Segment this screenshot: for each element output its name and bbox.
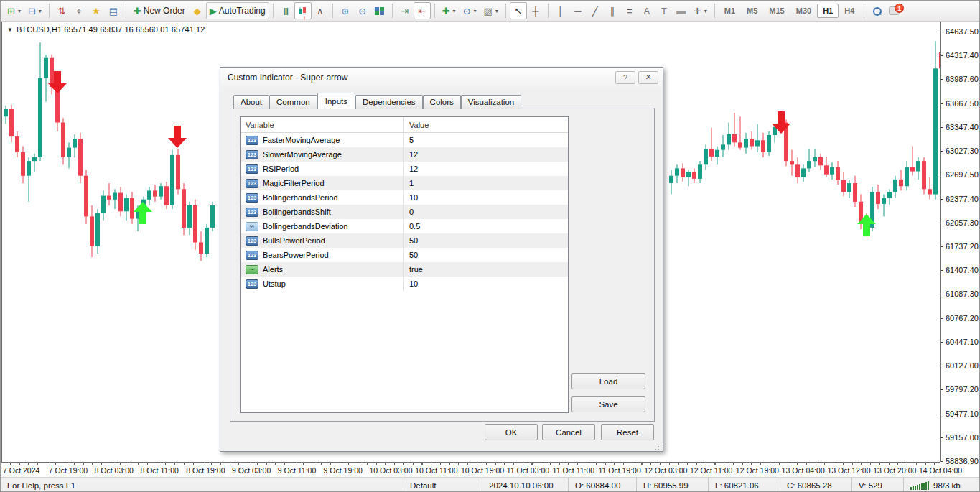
reset-button[interactable]: Reset	[601, 424, 654, 440]
chevron-down-icon: ▾	[18, 8, 21, 14]
equidistant-channel-icon: ∥	[610, 6, 615, 16]
crosshair-button[interactable]: ┼	[527, 2, 544, 19]
resize-grip[interactable]	[654, 442, 661, 450]
param-row-BearsPowerPeriod[interactable]: 123BearsPowerPeriod50	[241, 248, 568, 262]
tab-common[interactable]: Common	[269, 95, 317, 109]
time-tick-label: 8 Oct 19:00	[186, 466, 225, 475]
periods-button[interactable]: ⊙▾	[459, 2, 480, 19]
text-label-button[interactable]: T	[655, 2, 673, 19]
templates-button[interactable]: ▨▾	[480, 2, 502, 19]
navigator-button[interactable]: ★	[88, 2, 105, 19]
param-row-RSIPeriod[interactable]: 123RSIPeriod12	[241, 162, 568, 176]
param-value-cell[interactable]: 50	[404, 236, 568, 245]
param-value-cell[interactable]: true	[404, 265, 568, 274]
price-tick-label: 62057.30	[946, 218, 979, 227]
param-row-BollingerbandsDeviation[interactable]: ½BollingerbandsDeviation0.5	[241, 219, 568, 233]
trendline-icon: ╱	[592, 6, 598, 16]
new-chart-button[interactable]: ⊞▾	[4, 2, 24, 19]
param-type-int-icon: 123	[246, 136, 258, 145]
zoom-in-button[interactable]: ⊕	[337, 2, 354, 19]
new-order-button[interactable]: ✚New Order	[130, 2, 189, 19]
param-value-cell[interactable]: 12	[404, 150, 568, 159]
text-button[interactable]: A	[638, 2, 655, 19]
price-axis[interactable]: 64637.5064317.4063987.6063667.5063347.40…	[940, 22, 980, 462]
trendline-button[interactable]: ╱	[587, 2, 604, 19]
param-name-cell: 123BullsPowerPeriod	[241, 233, 404, 248]
save-button[interactable]: Save	[571, 396, 645, 412]
close-icon[interactable]: ✕	[638, 71, 658, 84]
timeframe-h4-button[interactable]: H4	[839, 4, 860, 18]
timeframe-m1-button[interactable]: M1	[719, 4, 741, 18]
autotrading-icon: ▶	[210, 6, 217, 16]
param-row-BollingerbandsPeriod[interactable]: 123BollingerbandsPeriod10	[241, 190, 568, 205]
timeframe-h1-button[interactable]: H1	[817, 4, 839, 18]
status-low: L: 60821.06	[708, 478, 780, 492]
param-row-Utstup[interactable]: 123Utstup10	[241, 277, 568, 291]
auto-scroll-button[interactable]: ⇥	[396, 2, 414, 19]
candlestick-chart-icon	[298, 6, 307, 16]
vertical-line-button[interactable]: │	[552, 2, 569, 19]
autotrading-button[interactable]: ▶AutoTrading	[206, 2, 269, 19]
status-close: C: 60865.28	[780, 478, 851, 492]
toolbar-separator	[548, 4, 549, 18]
ok-button[interactable]: OK	[485, 424, 538, 440]
param-row-MagicFilterPeriod[interactable]: 123MagicFilterPeriod1	[241, 176, 568, 190]
status-profile[interactable]: Default	[403, 478, 482, 492]
horizontal-line-button[interactable]: ─	[569, 2, 587, 19]
param-row-BullsPowerPeriod[interactable]: 123BullsPowerPeriod50	[241, 233, 568, 248]
param-row-SlowerMovingAverage[interactable]: 123SlowerMovingAverage12	[241, 147, 568, 162]
market-watch-button[interactable]: ⇅	[53, 2, 70, 19]
timeframe-m5-button[interactable]: M5	[741, 4, 763, 18]
param-value-cell[interactable]: 10	[404, 279, 568, 288]
param-row-BollingerbandsShift[interactable]: 123BollingerbandsShift0	[241, 205, 568, 219]
one-click-trading-toggle[interactable]: ▼	[7, 27, 13, 33]
timeframe-m30-button[interactable]: M30	[790, 4, 817, 18]
data-window-button[interactable]: ⌖	[70, 2, 88, 19]
price-tick-label: 61087.30	[946, 289, 979, 298]
param-value-cell[interactable]: 5	[404, 136, 568, 144]
fibonacci-button[interactable]: ≡	[621, 2, 638, 19]
status-volume: V: 529	[851, 478, 903, 492]
tab-about[interactable]: About	[233, 95, 269, 109]
time-axis[interactable]: 7 Oct 20247 Oct 19:008 Oct 03:008 Oct 11…	[1, 462, 940, 477]
param-value-cell[interactable]: 12	[404, 164, 568, 173]
param-value-cell[interactable]: 10	[404, 193, 568, 202]
tab-dependencies[interactable]: Dependencies	[355, 95, 423, 109]
time-tick-label: 7 Oct 19:00	[49, 466, 88, 475]
chart-shift-button[interactable]: ⇤	[414, 2, 431, 19]
tab-inputs[interactable]: Inputs	[317, 93, 355, 109]
tab-colors[interactable]: Colors	[423, 95, 461, 109]
param-type-bool-icon: ~	[246, 265, 258, 274]
dialog-title-bar[interactable]: Custom Indicator - Super-arrow ? ✕	[220, 68, 663, 87]
terminal-button[interactable]: ▤	[105, 2, 122, 19]
equidistant-channel-button[interactable]: ∥	[604, 2, 621, 19]
param-row-FasterMovingAverage[interactable]: 123FasterMovingAverage5	[241, 133, 568, 147]
cancel-button[interactable]: Cancel	[542, 424, 595, 440]
profiles-button[interactable]: ⊟▾	[24, 2, 45, 19]
param-row-Alerts[interactable]: ~Alertstrue	[241, 262, 568, 277]
load-button[interactable]: Load	[571, 373, 645, 389]
zoom-out-button[interactable]: ⊖	[354, 2, 371, 19]
bar-chart-button[interactable]: |||	[277, 2, 294, 19]
param-value-cell[interactable]: 0	[404, 208, 568, 216]
tile-windows-button[interactable]	[371, 2, 388, 19]
line-chart-button[interactable]: ∧	[312, 2, 329, 19]
tab-visualization[interactable]: Visualization	[461, 95, 521, 109]
candlestick-chart-button[interactable]	[294, 2, 312, 19]
help-button[interactable]: ?	[615, 71, 635, 84]
text-label-icon: T	[661, 6, 667, 16]
search-button[interactable]	[868, 2, 885, 19]
param-name: BullsPowerPeriod	[263, 236, 325, 245]
time-tick-label: 14 Oct 04:00	[919, 466, 962, 475]
metaeditor-button[interactable]: ◆	[189, 2, 206, 19]
param-value-cell[interactable]: 50	[404, 251, 568, 259]
mt4-window: ⊞▾⊟▾⇅⌖★▤✚New Order◆▶AutoTrading|||∧⊕⊖⇥⇤✚…	[0, 0, 980, 492]
param-value-cell[interactable]: 0.5	[404, 222, 568, 231]
community-button[interactable]: 1	[885, 2, 903, 19]
rectangle-button[interactable]: ▬	[673, 2, 690, 19]
arrows-button[interactable]: ✛▾	[690, 2, 711, 19]
param-value-cell[interactable]: 1	[404, 179, 568, 187]
timeframe-m15-button[interactable]: M15	[763, 4, 790, 18]
indicators-button[interactable]: ✚▾	[439, 2, 459, 19]
cursor-button[interactable]: ↖	[510, 2, 527, 19]
